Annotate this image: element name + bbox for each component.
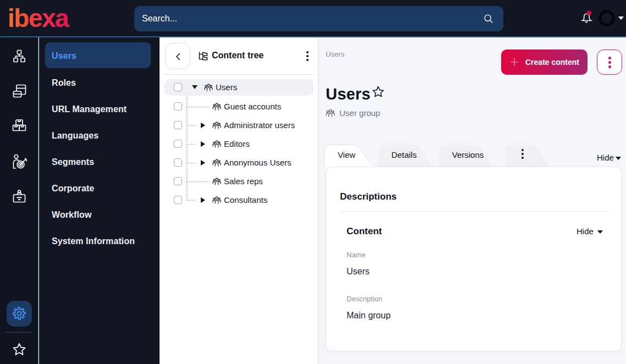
- svg-text:ibexa: ibexa: [8, 7, 69, 31]
